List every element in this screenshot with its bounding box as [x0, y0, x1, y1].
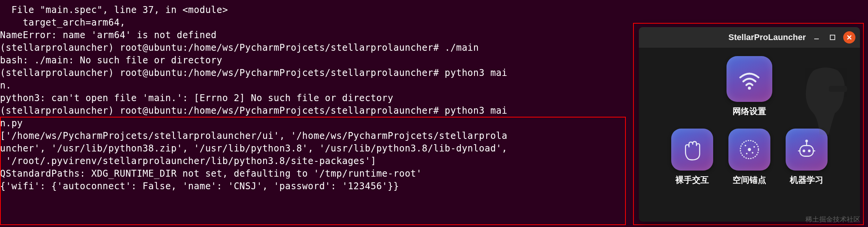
tile-hand-interaction[interactable]: 裸手交互 [671, 129, 713, 186]
close-icon [847, 35, 852, 40]
terminal-line: ['/home/ws/PycharmProjcets/stellarprolau… [0, 130, 627, 142]
svg-point-13 [803, 150, 805, 152]
anchor-icon [728, 129, 770, 171]
window-title: StellarProLauncher [728, 32, 806, 42]
svg-point-9 [754, 146, 755, 148]
terminal-line: n. [0, 79, 627, 92]
svg-point-14 [808, 150, 811, 152]
svg-rect-12 [800, 146, 813, 156]
tile-label: 空间锚点 [733, 174, 766, 186]
terminal-line: {'wifi': {'autoconnect': False, 'name': … [0, 180, 627, 193]
launcher-window: StellarProLauncher 网络设置 [639, 27, 860, 222]
terminal-line: QStandardPaths: XDG_RUNTIME_DIR not set,… [0, 167, 627, 180]
svg-point-8 [744, 145, 746, 146]
hand-icon [671, 129, 713, 171]
terminal-line: target_arch=arm64, [0, 16, 627, 29]
tile-row-bottom: 裸手交互 空间锚点 机器学习 [646, 129, 852, 186]
terminal-line: bash: ./main: No such file or directory [0, 54, 627, 67]
window-titlebar[interactable]: StellarProLauncher [639, 27, 860, 48]
launcher-body: 网络设置 裸手交互 空间锚点 机器学习 [639, 48, 860, 190]
wifi-icon [727, 56, 772, 102]
svg-point-11 [752, 152, 753, 153]
terminal-line: (stellarprolauncher) root@ubuntu:/home/w… [0, 105, 627, 117]
svg-point-7 [748, 148, 751, 151]
terminal-pane[interactable]: File "main.spec", line 37, in <module> t… [0, 0, 627, 227]
terminal-line: File "main.spec", line 37, in <module> [0, 4, 627, 16]
svg-point-16 [805, 140, 808, 142]
tile-label: 裸手交互 [675, 174, 709, 186]
svg-rect-1 [830, 35, 835, 40]
terminal-line: (stellarprolauncher) root@ubuntu:/home/w… [0, 42, 627, 54]
tile-row-top: 网络设置 [646, 56, 852, 117]
close-button[interactable] [843, 31, 855, 43]
terminal-line: python3: can't open file 'main.': [Errno… [0, 92, 627, 105]
terminal-line: (stellarprolauncher) root@ubuntu:/home/w… [0, 67, 627, 79]
maximize-button[interactable] [827, 32, 838, 43]
minimize-icon [813, 34, 820, 40]
tile-spatial-anchor[interactable]: 空间锚点 [728, 129, 770, 186]
minimize-button[interactable] [811, 32, 822, 43]
tile-network-settings[interactable]: 网络设置 [727, 56, 772, 117]
tile-machine-learning[interactable]: 机器学习 [786, 129, 828, 186]
terminal-line: uncher', '/usr/lib/python38.zip', '/usr/… [0, 142, 627, 155]
terminal-line: n.py [0, 117, 627, 130]
terminal-line: '/root/.pyvirenv/stellarprolauncher/lib/… [0, 155, 627, 167]
tile-label: 机器学习 [790, 174, 823, 186]
tile-label: 网络设置 [733, 106, 766, 117]
terminal-line: NameError: name 'arm64' is not defined [0, 29, 627, 42]
watermark-text: 稀土掘金技术社区 [805, 215, 860, 224]
svg-point-10 [746, 153, 747, 154]
svg-point-5 [748, 87, 751, 90]
maximize-icon [830, 35, 835, 40]
robot-icon [786, 129, 828, 171]
